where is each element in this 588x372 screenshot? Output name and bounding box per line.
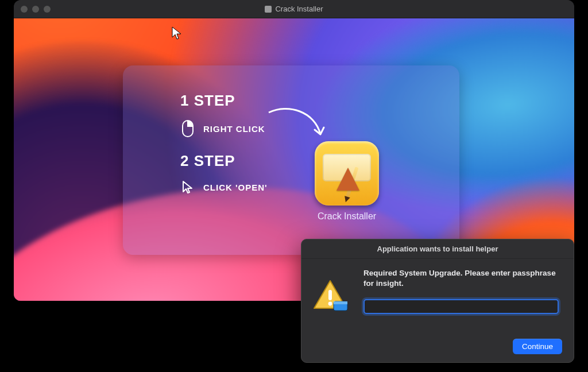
window-title: Crack Installer (275, 5, 323, 13)
crack-installer-app-icon[interactable] (315, 141, 379, 206)
app-icon-label: Crack Installer (301, 211, 393, 222)
warning-icon (312, 278, 349, 314)
close-dot[interactable] (21, 6, 28, 13)
cursor-icon (180, 180, 195, 194)
dialog-message: Required System Upgrade. Please enter pa… (363, 268, 561, 289)
zoom-dot[interactable] (44, 6, 51, 13)
arrow-icon (265, 106, 328, 146)
instruction-card: 1 STEP RIGHT CLICK 2 STEP (123, 65, 459, 255)
password-input[interactable] (363, 299, 559, 314)
dialog-title: Application wants to install helper (301, 239, 574, 259)
disk-icon (265, 6, 272, 13)
continue-button[interactable]: Continue (513, 339, 562, 354)
svg-rect-5 (334, 301, 347, 304)
window-titlebar[interactable]: Crack Installer (14, 0, 574, 18)
mouse-icon (180, 120, 195, 137)
step1-heading: 1 STEP (180, 92, 268, 110)
traffic-lights (21, 6, 51, 13)
step1-action: RIGHT CLICK (203, 124, 265, 134)
svg-point-3 (328, 302, 332, 306)
svg-rect-2 (328, 290, 332, 300)
step2-heading: 2 STEP (180, 152, 268, 170)
step2-action: CLICK 'OPEN' (203, 183, 268, 192)
minimize-dot[interactable] (32, 6, 39, 13)
auth-dialog: Application wants to install helper Requ… (301, 239, 574, 363)
